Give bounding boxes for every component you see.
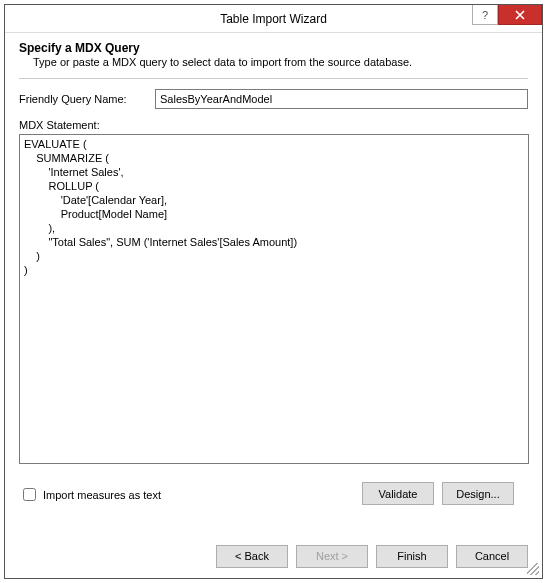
validate-button[interactable]: Validate <box>362 482 434 505</box>
content-area: Friendly Query Name: MDX Statement: Impo… <box>5 78 542 534</box>
next-button[interactable]: Next > <box>296 545 368 568</box>
query-name-label: Friendly Query Name: <box>19 93 149 105</box>
statement-wrap <box>19 134 528 467</box>
help-button[interactable]: ? <box>472 5 498 25</box>
statement-label: MDX Statement: <box>19 119 528 131</box>
back-button[interactable]: < Back <box>216 545 288 568</box>
options-row: Import measures as text Validate Design.… <box>19 471 528 501</box>
close-button[interactable] <box>498 5 542 25</box>
footer: < Back Next > Finish Cancel <box>5 534 542 578</box>
separator <box>19 78 528 79</box>
page-subtitle: Type or paste a MDX query to select data… <box>33 56 528 68</box>
inline-buttons: Validate Design... <box>362 482 514 505</box>
close-icon <box>515 10 525 20</box>
query-name-row: Friendly Query Name: <box>19 89 528 109</box>
title-controls: ? <box>472 5 542 25</box>
import-measures-label: Import measures as text <box>43 489 161 501</box>
titlebar: Table Import Wizard ? <box>5 5 542 33</box>
cancel-button[interactable]: Cancel <box>456 545 528 568</box>
resize-grip[interactable] <box>527 563 539 575</box>
help-icon: ? <box>482 9 488 21</box>
design-button[interactable]: Design... <box>442 482 514 505</box>
query-name-input[interactable] <box>155 89 528 109</box>
header-area: Specify a MDX Query Type or paste a MDX … <box>5 33 542 78</box>
finish-button[interactable]: Finish <box>376 545 448 568</box>
import-measures-checkbox[interactable] <box>23 488 36 501</box>
wizard-window: Table Import Wizard ? Specify a MDX Quer… <box>4 4 543 579</box>
window-title: Table Import Wizard <box>5 12 542 26</box>
page-title: Specify a MDX Query <box>19 41 528 55</box>
statement-textarea[interactable] <box>19 134 529 464</box>
